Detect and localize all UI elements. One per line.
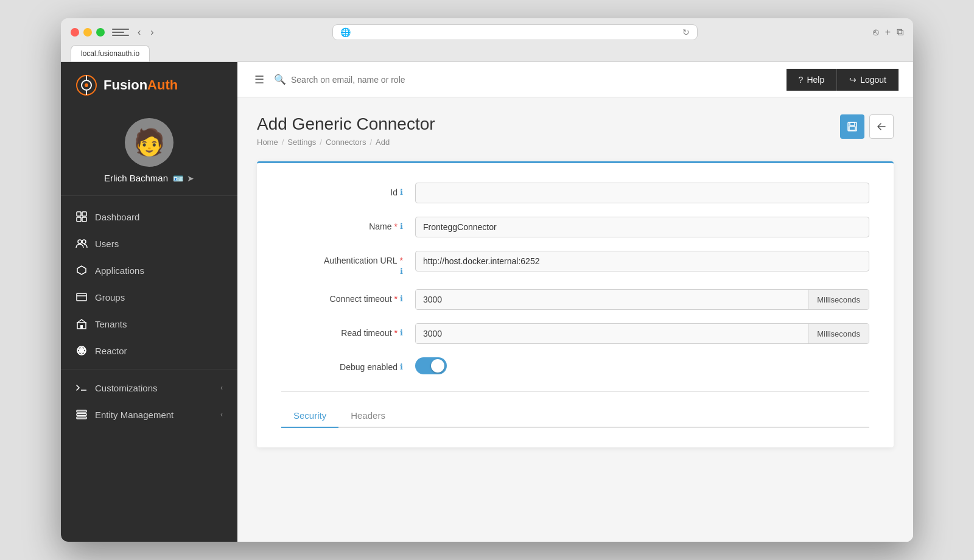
sidebar-item-applications[interactable]: Applications [61,257,237,284]
name-input[interactable] [415,217,869,237]
user-nav-icon[interactable]: ➤ [187,173,194,183]
maximize-button[interactable] [96,28,105,37]
svg-rect-14 [80,325,83,329]
form-card: Id ℹ Name* ℹ [257,161,894,447]
sidebar-item-customizations[interactable]: Customizations ‹ [61,374,237,401]
breadcrumb-connectors[interactable]: Connectors [326,138,366,147]
breadcrumb-add[interactable]: Add [376,138,390,147]
browser-controls: ‹ › [112,26,158,39]
read-timeout-label: Read timeout* ℹ [281,323,403,338]
id-info-icon[interactable]: ℹ [400,187,403,197]
users-icon [75,237,88,250]
user-card-icon[interactable]: 🪪 [173,173,183,183]
debug-info-icon[interactable]: ℹ [400,362,403,371]
customizations-icon [75,382,88,394]
search-input[interactable] [291,75,578,85]
top-bar: ☰ 🔍 ? Help ↪ Logout [237,62,913,97]
svg-rect-8 [82,217,86,222]
page-actions [840,114,894,139]
save-icon [847,121,858,132]
sidebar-label-users: Users [95,239,119,249]
sidebar-item-groups[interactable]: Groups [61,284,237,310]
help-button[interactable]: ? Help [787,69,837,91]
new-tab-button[interactable]: + [885,27,891,38]
read-timeout-info-icon[interactable]: ℹ [400,328,403,337]
back-arrow[interactable]: ‹ [134,26,144,39]
connect-timeout-input-group: Milliseconds [415,289,869,310]
id-field-row: Id ℹ [281,183,869,203]
connect-timeout-info-icon[interactable]: ℹ [400,294,403,303]
sidebar-item-users[interactable]: Users [61,230,237,257]
breadcrumb-settings[interactable]: Settings [287,138,316,147]
auth-url-info-icon[interactable]: ℹ [400,267,403,276]
copy-button[interactable]: ⧉ [897,27,903,38]
connect-timeout-row: Connect timeout* ℹ Milliseconds [281,289,869,310]
svg-rect-26 [849,127,855,130]
top-bar-actions: ? Help ↪ Logout [787,69,899,91]
tab-security[interactable]: Security [281,404,338,428]
sidebar-label-entity-management: Entity Management [95,410,173,420]
read-timeout-control: Milliseconds [415,323,869,344]
sidebar-item-dashboard[interactable]: Dashboard [61,203,237,230]
user-action-icons: 🪪 ➤ [173,173,194,183]
save-button[interactable] [840,114,864,139]
logo-text: FusionAuth [103,77,178,93]
name-info-icon[interactable]: ℹ [400,222,403,231]
read-timeout-input[interactable] [416,324,808,343]
sidebar-item-reactor[interactable]: Reactor [61,337,237,364]
breadcrumb-home[interactable]: Home [257,138,278,147]
id-field-control [415,183,869,203]
svg-rect-5 [77,212,81,216]
reload-icon[interactable]: ↻ [682,27,690,37]
sidebar-label-customizations: Customizations [95,383,158,393]
sidebar-label-groups: Groups [95,292,125,303]
back-button[interactable] [869,114,894,139]
debug-control [415,357,869,374]
sidebar-item-tenants[interactable]: Tenants [61,310,237,337]
connect-timeout-label: Connect timeout* ℹ [281,289,403,304]
user-profile: 🧑 Erlich Bachman 🪪 ➤ [61,108,237,196]
breadcrumb-sep2: / [320,138,322,147]
share-button[interactable]: ⎋ [873,27,879,38]
sidebar-label-applications: Applications [95,265,144,276]
breadcrumb-sep3: / [370,138,372,147]
svg-rect-22 [77,414,86,416]
read-timeout-row: Read timeout* ℹ Milliseconds [281,323,869,344]
forward-arrow[interactable]: › [147,26,157,39]
auth-url-field-control [415,251,869,271]
search-icon: 🔍 [274,74,286,85]
svg-point-2 [85,83,88,87]
nav-menu: Dashboard Users Applications [61,196,237,542]
sidebar-toggle[interactable] [112,26,129,38]
reactor-icon [75,345,88,357]
id-input[interactable] [415,183,869,203]
debug-toggle[interactable] [415,357,447,374]
page-title: Add Generic Connector [257,114,435,134]
page-header: Add Generic Connector Home / Settings / … [257,114,894,147]
nav-arrows: ‹ › [134,26,158,39]
connect-timeout-input[interactable] [416,290,808,309]
auth-url-input[interactable] [415,251,869,271]
svg-rect-21 [77,410,86,412]
tabs-list: Security Headers [281,404,869,428]
browser-chrome: ‹ › 🌐 local.fusionauth.io ↻ ⎋ + ⧉ local.… [61,18,913,62]
close-button[interactable] [71,28,79,37]
sidebar-item-entity-management[interactable]: Entity Management ‹ [61,401,237,428]
tab-headers[interactable]: Headers [338,404,398,428]
read-timeout-input-group: Milliseconds [415,323,869,344]
minimize-button[interactable] [83,28,92,37]
browser-tabs: local.fusionauth.io [71,45,903,61]
name-label: Name* ℹ [281,217,403,231]
read-timeout-unit: Milliseconds [808,324,869,343]
svg-rect-23 [77,417,86,419]
customizations-chevron-icon: ‹ [220,383,223,392]
url-input[interactable]: local.fusionauth.io [356,28,678,37]
sidebar-label-reactor: Reactor [95,346,127,356]
app-container: FusionAuth 🧑 Erlich Bachman 🪪 ➤ [61,62,913,542]
toggle-slider [415,357,447,374]
active-tab[interactable]: local.fusionauth.io [71,45,150,61]
hamburger-menu-button[interactable]: ☰ [252,71,267,89]
logout-button[interactable]: ↪ Logout [836,69,899,91]
address-bar[interactable]: 🌐 local.fusionauth.io ↻ [332,24,698,40]
sidebar-label-dashboard: Dashboard [95,212,139,222]
